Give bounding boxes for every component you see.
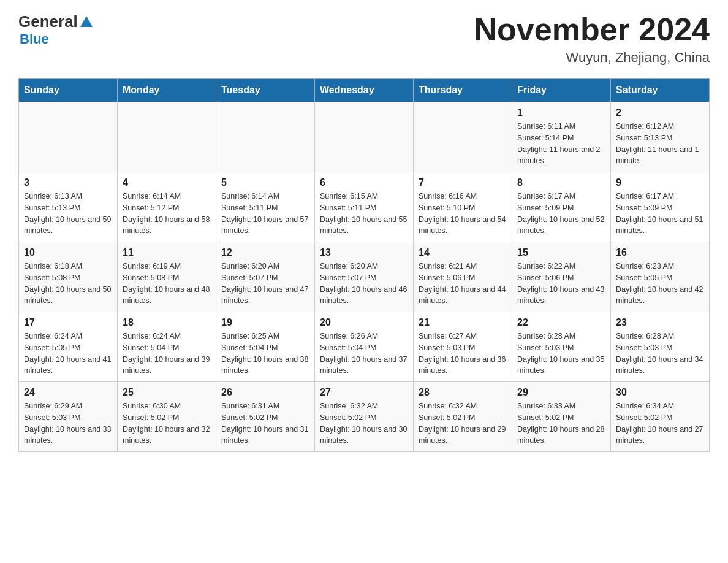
table-row: 26Sunrise: 6:31 AMSunset: 5:02 PMDayligh… bbox=[216, 382, 315, 452]
day-number: 7 bbox=[419, 177, 507, 188]
day-info: Sunrise: 6:33 AMSunset: 5:02 PMDaylight:… bbox=[517, 400, 605, 446]
month-year-title: November 2024 bbox=[474, 12, 710, 47]
day-number: 29 bbox=[517, 387, 605, 398]
day-number: 22 bbox=[517, 317, 605, 328]
day-number: 20 bbox=[320, 317, 408, 328]
table-row bbox=[315, 102, 414, 172]
day-number: 5 bbox=[221, 177, 309, 188]
calendar-week-row: 24Sunrise: 6:29 AMSunset: 5:03 PMDayligh… bbox=[19, 382, 710, 452]
day-info: Sunrise: 6:20 AMSunset: 5:07 PMDaylight:… bbox=[320, 261, 408, 307]
day-number: 1 bbox=[517, 107, 605, 118]
logo-general-text: General bbox=[18, 12, 78, 31]
day-info: Sunrise: 6:30 AMSunset: 5:02 PMDaylight:… bbox=[123, 400, 211, 446]
table-row: 4Sunrise: 6:14 AMSunset: 5:12 PMDaylight… bbox=[118, 172, 216, 242]
day-info: Sunrise: 6:32 AMSunset: 5:02 PMDaylight:… bbox=[320, 400, 408, 446]
table-row: 17Sunrise: 6:24 AMSunset: 5:05 PMDayligh… bbox=[19, 312, 118, 382]
logo-triangle-icon bbox=[80, 16, 93, 27]
table-row: 19Sunrise: 6:25 AMSunset: 5:04 PMDayligh… bbox=[216, 312, 315, 382]
day-number: 26 bbox=[221, 387, 309, 398]
day-info: Sunrise: 6:16 AMSunset: 5:10 PMDaylight:… bbox=[419, 191, 507, 237]
col-monday: Monday bbox=[118, 79, 216, 102]
day-number: 24 bbox=[24, 387, 112, 398]
col-wednesday: Wednesday bbox=[315, 79, 414, 102]
day-info: Sunrise: 6:24 AMSunset: 5:05 PMDaylight:… bbox=[24, 331, 112, 377]
day-number: 10 bbox=[24, 247, 112, 258]
logo: General Blue bbox=[18, 12, 93, 47]
day-info: Sunrise: 6:31 AMSunset: 5:02 PMDaylight:… bbox=[221, 400, 309, 446]
day-number: 4 bbox=[123, 177, 211, 188]
day-info: Sunrise: 6:17 AMSunset: 5:09 PMDaylight:… bbox=[517, 191, 605, 237]
day-number: 3 bbox=[24, 177, 112, 188]
col-tuesday: Tuesday bbox=[216, 79, 315, 102]
table-row: 11Sunrise: 6:19 AMSunset: 5:08 PMDayligh… bbox=[118, 242, 216, 312]
day-info: Sunrise: 6:13 AMSunset: 5:13 PMDaylight:… bbox=[24, 191, 112, 237]
table-row: 29Sunrise: 6:33 AMSunset: 5:02 PMDayligh… bbox=[512, 382, 611, 452]
table-row: 3Sunrise: 6:13 AMSunset: 5:13 PMDaylight… bbox=[19, 172, 118, 242]
day-number: 18 bbox=[123, 317, 211, 328]
calendar-week-row: 17Sunrise: 6:24 AMSunset: 5:05 PMDayligh… bbox=[19, 312, 710, 382]
table-row: 12Sunrise: 6:20 AMSunset: 5:07 PMDayligh… bbox=[216, 242, 315, 312]
table-row: 16Sunrise: 6:23 AMSunset: 5:05 PMDayligh… bbox=[611, 242, 710, 312]
table-row: 14Sunrise: 6:21 AMSunset: 5:06 PMDayligh… bbox=[414, 242, 512, 312]
title-section: November 2024 Wuyun, Zhejiang, China bbox=[474, 12, 710, 66]
day-info: Sunrise: 6:19 AMSunset: 5:08 PMDaylight:… bbox=[123, 261, 211, 307]
day-number: 16 bbox=[616, 247, 704, 258]
day-info: Sunrise: 6:21 AMSunset: 5:06 PMDaylight:… bbox=[419, 261, 507, 307]
day-number: 27 bbox=[320, 387, 408, 398]
table-row bbox=[118, 102, 216, 172]
table-row: 15Sunrise: 6:22 AMSunset: 5:06 PMDayligh… bbox=[512, 242, 611, 312]
day-number: 21 bbox=[419, 317, 507, 328]
day-info: Sunrise: 6:11 AMSunset: 5:14 PMDaylight:… bbox=[517, 121, 605, 167]
day-number: 19 bbox=[221, 317, 309, 328]
table-row: 6Sunrise: 6:15 AMSunset: 5:11 PMDaylight… bbox=[315, 172, 414, 242]
day-number: 23 bbox=[616, 317, 704, 328]
day-info: Sunrise: 6:28 AMSunset: 5:03 PMDaylight:… bbox=[517, 331, 605, 377]
table-row: 20Sunrise: 6:26 AMSunset: 5:04 PMDayligh… bbox=[315, 312, 414, 382]
day-info: Sunrise: 6:32 AMSunset: 5:02 PMDaylight:… bbox=[419, 400, 507, 446]
day-number: 13 bbox=[320, 247, 408, 258]
table-row: 24Sunrise: 6:29 AMSunset: 5:03 PMDayligh… bbox=[19, 382, 118, 452]
day-info: Sunrise: 6:26 AMSunset: 5:04 PMDaylight:… bbox=[320, 331, 408, 377]
col-thursday: Thursday bbox=[414, 79, 512, 102]
table-row: 5Sunrise: 6:14 AMSunset: 5:11 PMDaylight… bbox=[216, 172, 315, 242]
logo-blue-text: Blue bbox=[20, 31, 49, 47]
table-row: 1Sunrise: 6:11 AMSunset: 5:14 PMDaylight… bbox=[512, 102, 611, 172]
day-info: Sunrise: 6:14 AMSunset: 5:12 PMDaylight:… bbox=[123, 191, 211, 237]
day-info: Sunrise: 6:14 AMSunset: 5:11 PMDaylight:… bbox=[221, 191, 309, 237]
page-header: General Blue November 2024 Wuyun, Zhejia… bbox=[18, 12, 710, 66]
table-row bbox=[19, 102, 118, 172]
table-row: 22Sunrise: 6:28 AMSunset: 5:03 PMDayligh… bbox=[512, 312, 611, 382]
day-info: Sunrise: 6:22 AMSunset: 5:06 PMDaylight:… bbox=[517, 261, 605, 307]
table-row: 30Sunrise: 6:34 AMSunset: 5:02 PMDayligh… bbox=[611, 382, 710, 452]
day-number: 17 bbox=[24, 317, 112, 328]
day-number: 28 bbox=[419, 387, 507, 398]
day-number: 9 bbox=[616, 177, 704, 188]
day-number: 25 bbox=[123, 387, 211, 398]
col-saturday: Saturday bbox=[611, 79, 710, 102]
day-info: Sunrise: 6:24 AMSunset: 5:04 PMDaylight:… bbox=[123, 331, 211, 377]
day-number: 14 bbox=[419, 247, 507, 258]
day-number: 8 bbox=[517, 177, 605, 188]
day-number: 6 bbox=[320, 177, 408, 188]
calendar-week-row: 3Sunrise: 6:13 AMSunset: 5:13 PMDaylight… bbox=[19, 172, 710, 242]
table-row: 8Sunrise: 6:17 AMSunset: 5:09 PMDaylight… bbox=[512, 172, 611, 242]
table-row: 25Sunrise: 6:30 AMSunset: 5:02 PMDayligh… bbox=[118, 382, 216, 452]
day-number: 2 bbox=[616, 107, 704, 118]
day-info: Sunrise: 6:34 AMSunset: 5:02 PMDaylight:… bbox=[616, 400, 704, 446]
day-info: Sunrise: 6:17 AMSunset: 5:09 PMDaylight:… bbox=[616, 191, 704, 237]
table-row: 10Sunrise: 6:18 AMSunset: 5:08 PMDayligh… bbox=[19, 242, 118, 312]
location-subtitle: Wuyun, Zhejiang, China bbox=[474, 50, 710, 66]
day-info: Sunrise: 6:28 AMSunset: 5:03 PMDaylight:… bbox=[616, 331, 704, 377]
table-row: 21Sunrise: 6:27 AMSunset: 5:03 PMDayligh… bbox=[414, 312, 512, 382]
day-number: 15 bbox=[517, 247, 605, 258]
table-row: 2Sunrise: 6:12 AMSunset: 5:13 PMDaylight… bbox=[611, 102, 710, 172]
table-row: 27Sunrise: 6:32 AMSunset: 5:02 PMDayligh… bbox=[315, 382, 414, 452]
table-row bbox=[414, 102, 512, 172]
day-info: Sunrise: 6:29 AMSunset: 5:03 PMDaylight:… bbox=[24, 400, 112, 446]
table-row: 13Sunrise: 6:20 AMSunset: 5:07 PMDayligh… bbox=[315, 242, 414, 312]
calendar-table: Sunday Monday Tuesday Wednesday Thursday… bbox=[18, 78, 710, 452]
calendar-week-row: 10Sunrise: 6:18 AMSunset: 5:08 PMDayligh… bbox=[19, 242, 710, 312]
col-sunday: Sunday bbox=[19, 79, 118, 102]
day-number: 30 bbox=[616, 387, 704, 398]
calendar-week-row: 1Sunrise: 6:11 AMSunset: 5:14 PMDaylight… bbox=[19, 102, 710, 172]
